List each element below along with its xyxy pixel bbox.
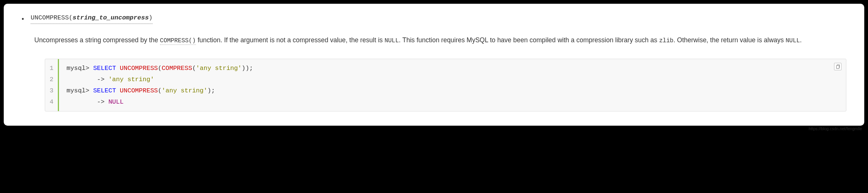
paren-open: ( (69, 14, 72, 21)
code-token: 'any string' (108, 76, 154, 83)
function-list-item: • UNCOMPRESS(string_to_uncompress) (22, 14, 846, 24)
code-token: -> (66, 98, 108, 105)
doc-card: • UNCOMPRESS(string_to_uncompress) Uncom… (4, 4, 864, 126)
line-number: 3 (50, 85, 53, 96)
code-token: ( (158, 87, 162, 94)
code-token: NULL (108, 98, 124, 105)
code-token: SELECT (93, 87, 120, 94)
code-token: UNCOMPRESS (120, 87, 158, 94)
code-token: COMPRESS (162, 65, 192, 72)
line-number: 4 (50, 96, 53, 108)
code-token: ; (211, 87, 215, 94)
svg-rect-0 (836, 65, 839, 68)
desc-text: . This function requires MySQL to have b… (399, 36, 659, 44)
code-line: mysql> SELECT UNCOMPRESS('any string'); (66, 85, 839, 96)
code-line: mysql> SELECT UNCOMPRESS(COMPRESS('any s… (66, 63, 839, 74)
inline-code-zlib: zlib (659, 37, 673, 44)
code-line: -> 'any string' (66, 74, 839, 85)
desc-text: . (800, 36, 802, 44)
line-number: 2 (50, 74, 53, 85)
function-argument: string_to_uncompress (73, 14, 149, 21)
desc-text: Uncompresses a string compressed by the (34, 36, 160, 44)
inline-code-compress[interactable]: COMPRESS() (160, 37, 196, 45)
code-token: mysql> (66, 65, 93, 72)
code-token: ; (249, 65, 253, 72)
code-block: 1234 mysql> SELECT UNCOMPRESS(COMPRESS('… (45, 59, 846, 111)
paren-close: ) (149, 14, 153, 21)
code-token: )) (242, 65, 249, 72)
code-token: ) (207, 87, 211, 94)
function-name: UNCOMPRESS (31, 14, 69, 21)
inline-code-null: NULL (786, 37, 800, 44)
code-line: -> NULL (66, 96, 839, 108)
code-content: mysql> SELECT UNCOMPRESS(COMPRESS('any s… (59, 59, 846, 111)
line-number-gutter: 1234 (45, 59, 59, 111)
desc-text: function. If the argument is not a compr… (196, 36, 385, 44)
code-token: -> (66, 76, 108, 83)
copy-icon[interactable] (834, 63, 842, 70)
code-token: UNCOMPRESS (120, 65, 158, 72)
bullet-icon: • (22, 14, 24, 24)
watermark-text: https://blog.csdn.net/fengmlle (4, 126, 864, 131)
function-signature[interactable]: UNCOMPRESS(string_to_uncompress) (31, 14, 152, 24)
code-token: 'any string' (162, 87, 207, 94)
desc-text: . Otherwise, the return value is always (674, 36, 786, 44)
code-token: mysql> (66, 87, 93, 94)
code-token: SELECT (93, 65, 120, 72)
code-token: ( (158, 65, 162, 72)
code-token: ( (192, 65, 196, 72)
inline-code-null: NULL (384, 37, 399, 44)
line-number: 1 (50, 63, 53, 74)
code-token: 'any string' (196, 65, 241, 72)
function-description: Uncompresses a string compressed by the … (34, 34, 846, 47)
